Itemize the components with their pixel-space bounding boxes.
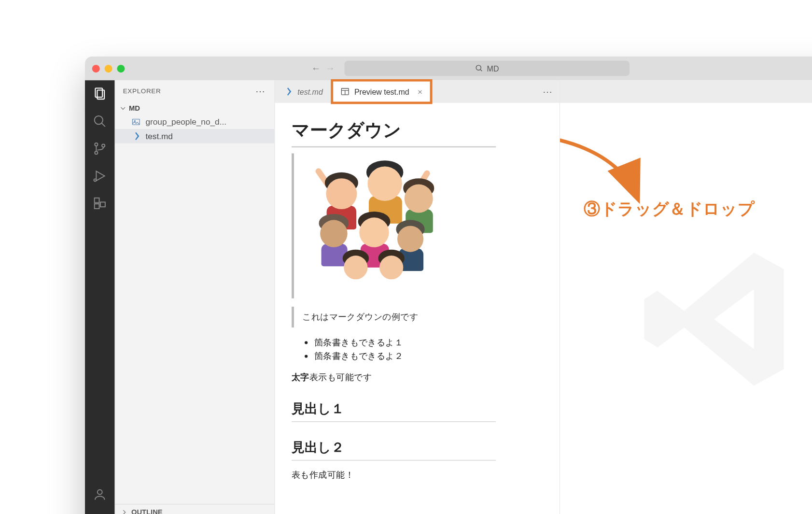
tabbar-left: test.md Preview test.md × ⋯ — [275, 80, 560, 103]
file-row-markdown[interactable]: test.md — [115, 129, 275, 143]
chevron-down-icon — [119, 105, 126, 112]
list-item: 箇条書きもできるよ１ — [314, 336, 496, 349]
sidebar-header: EXPLORER ⋯ — [115, 80, 275, 101]
editor-group-right: × — [560, 80, 812, 514]
list-item: 箇条書きもできるよ２ — [314, 349, 496, 363]
preview-h1: マークダウン — [292, 118, 496, 147]
preview-table-caption: 表も作成可能！ — [292, 470, 496, 481]
close-window-icon[interactable] — [92, 65, 100, 72]
tab-test-md[interactable]: test.md — [275, 80, 332, 103]
folder-section: MD group_people_no_d... test.md — [115, 101, 275, 143]
activity-scm[interactable] — [92, 141, 108, 157]
tabbar-more-icon[interactable]: ⋯ — [536, 80, 560, 103]
command-center-text: MD — [487, 64, 499, 72]
activity-debug[interactable] — [92, 168, 108, 184]
svg-rect-6 — [97, 90, 104, 99]
activity-explorer[interactable] — [92, 86, 108, 102]
markdown-file-icon — [131, 131, 141, 141]
svg-rect-5 — [95, 88, 102, 97]
preview-list: 箇条書きもできるよ１ 箇条書きもできるよ２ — [292, 336, 496, 363]
svg-point-17 — [98, 490, 102, 495]
svg-point-11 — [102, 144, 105, 147]
svg-marker-12 — [96, 171, 104, 181]
empty-editor[interactable]: ③ドラッグ＆ドロップ — [560, 103, 812, 514]
preview-h2-1: 見出し１ — [292, 400, 496, 422]
svg-line-8 — [101, 123, 105, 127]
markdown-file-icon — [283, 87, 293, 97]
preview-icon — [340, 87, 350, 97]
folder-name: MD — [129, 104, 140, 112]
tabbar-right: × — [560, 80, 812, 103]
activity-search[interactable] — [92, 114, 108, 129]
play-bug-icon — [93, 169, 107, 183]
svg-point-9 — [95, 143, 98, 146]
annotation-label: ③ドラッグ＆ドロップ — [584, 198, 755, 221]
editor-area: test.md Preview test.md × ⋯ マークダウン — [275, 80, 812, 514]
tab-preview-test-md[interactable]: Preview test.md × — [332, 80, 431, 103]
sidebar-bottom-panels: OUTLINE TIMELINE — [115, 504, 275, 514]
vscode-window: ← → MD — [85, 57, 812, 514]
extensions-icon — [93, 196, 107, 211]
chevron-right-icon — [121, 509, 128, 514]
branch-icon — [93, 142, 107, 156]
svg-point-7 — [95, 116, 103, 124]
vscode-logo-icon — [634, 236, 800, 402]
editor-group-left: test.md Preview test.md × ⋯ マークダウン — [275, 80, 560, 514]
preview-blockquote: これはマークダウンの例です — [292, 307, 496, 328]
file-name: group_people_no_d... — [145, 117, 226, 127]
nav-forward-icon[interactable]: → — [325, 63, 335, 74]
minimize-window-icon[interactable] — [105, 65, 112, 72]
file-name: test.md — [145, 131, 172, 141]
account-icon — [93, 487, 107, 502]
svg-rect-14 — [95, 198, 99, 203]
command-center[interactable]: MD — [345, 61, 630, 76]
tab-close-icon[interactable]: × — [418, 87, 422, 97]
fullscreen-window-icon[interactable] — [117, 65, 125, 72]
svg-point-13 — [94, 179, 96, 181]
search-icon — [475, 64, 483, 72]
sidebar-title: EXPLORER — [123, 87, 161, 95]
preview-content[interactable]: マークダウン — [275, 103, 560, 514]
activity-account[interactable] — [92, 487, 108, 502]
files-icon — [92, 86, 108, 102]
sidebar-more-icon[interactable]: ⋯ — [255, 86, 266, 97]
nav-back-icon[interactable]: ← — [311, 63, 321, 74]
svg-rect-15 — [95, 204, 99, 209]
preview-h2-2: 見出し２ — [292, 439, 496, 461]
svg-rect-16 — [100, 202, 105, 207]
preview-bold-line: 太字表示も可能です — [292, 372, 496, 383]
outline-panel-header[interactable]: OUTLINE — [115, 504, 275, 514]
image-file-icon — [131, 117, 141, 127]
tab-label: test.md — [297, 87, 322, 96]
vscode-watermark — [560, 103, 812, 514]
window-controls — [92, 65, 125, 72]
titlebar: ← → MD — [85, 57, 812, 80]
outline-label: OUTLINE — [131, 508, 163, 514]
search-icon — [93, 114, 107, 128]
svg-point-10 — [95, 151, 98, 154]
nav-history: ← → — [311, 63, 335, 74]
file-row-image[interactable]: group_people_no_d... — [115, 115, 275, 129]
preview-image — [302, 160, 439, 291]
preview-image-block — [292, 153, 496, 298]
activity-bar — [85, 80, 115, 514]
explorer-sidebar: EXPLORER ⋯ MD group_people_no_d... test.… — [115, 80, 275, 514]
tab-label: Preview test.md — [354, 87, 409, 96]
folder-header[interactable]: MD — [115, 101, 275, 114]
activity-extensions[interactable] — [92, 196, 108, 211]
svg-point-0 — [476, 65, 481, 70]
svg-line-1 — [480, 70, 482, 71]
